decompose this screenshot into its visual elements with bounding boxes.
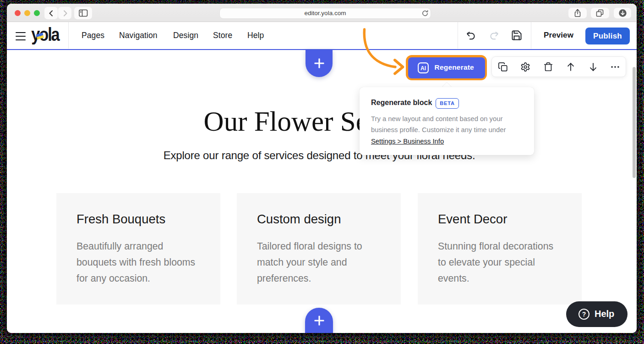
- svg-text:yola: yola: [31, 24, 60, 45]
- svg-text:?: ?: [582, 311, 586, 318]
- svg-text:AI: AI: [420, 65, 426, 71]
